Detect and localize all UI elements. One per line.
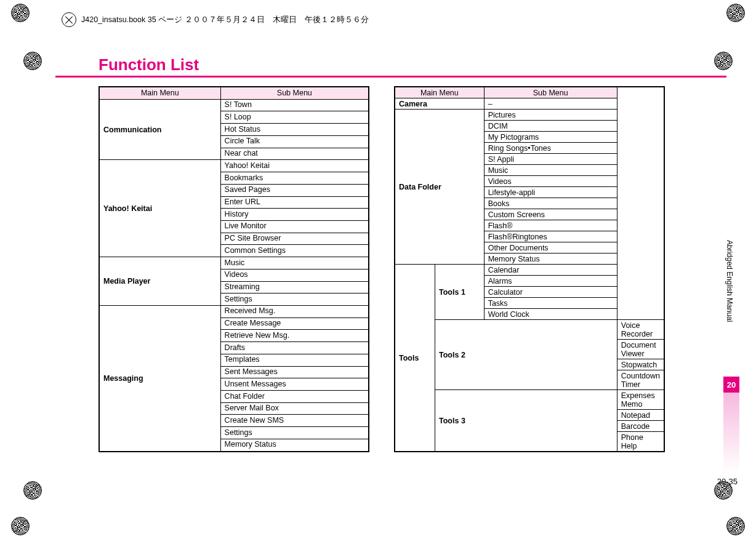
sub-menu-cell: Drafts <box>220 342 369 354</box>
sub-menu-cell: Stopwatch <box>617 359 664 370</box>
sub-menu-cell: Circle Talk <box>220 135 369 148</box>
sub-menu-cell: Music <box>484 165 617 176</box>
main-menu-cell: Data Folder <box>395 110 484 265</box>
tools-group-cell: Tools 2 <box>435 320 617 390</box>
sub-menu-cell: Templates <box>220 354 369 366</box>
sub-menu-cell: S! Town <box>220 99 369 111</box>
sub-menu-cell: Tasks <box>484 298 617 309</box>
sub-menu-cell: Document Viewer <box>617 340 664 359</box>
sub-menu-cell: Lifestyle-appli <box>484 187 617 198</box>
sub-menu-cell: Calendar <box>484 265 617 276</box>
sub-menu-cell: S! Appli <box>484 154 617 165</box>
sub-menu-cell: Unsent Messages <box>220 378 369 391</box>
sub-menu-cell: World Clock <box>484 309 617 320</box>
sub-menu-cell: Calculator <box>484 287 617 298</box>
sub-menu-cell: Common Settings <box>220 245 369 257</box>
sub-menu-cell: My Pictograms <box>484 132 617 143</box>
sub-menu-cell: Received Msg. <box>220 305 369 317</box>
sub-menu-cell: Create New SMS <box>220 415 369 427</box>
section-title-bar: Function List <box>55 55 726 78</box>
sub-menu-cell: Sent Messages <box>220 366 369 378</box>
table-header-row: Main Menu Sub Menu <box>99 87 369 99</box>
sub-menu-cell: Flash® <box>484 220 617 231</box>
sidebar-fade <box>723 393 739 473</box>
sub-menu-cell: Enter URL <box>220 196 369 209</box>
table-row: MessagingReceived Msg. <box>99 305 369 317</box>
sub-menu-cell: Other Documents <box>484 242 617 254</box>
table-row: Yahoo! KeitaiYahoo! Keitai <box>99 160 369 172</box>
table-row: Tools 2Voice Recorder <box>395 320 664 340</box>
doc-header: J420_insatsu.book 35 ページ ２００７年５月２４日 木曜日 … <box>62 12 369 27</box>
sub-menu-cell: S! Loop <box>220 111 369 124</box>
sub-menu-cell: Videos <box>220 269 369 281</box>
sub-menu-cell: Hot Status <box>220 124 369 136</box>
sub-menu-cell: Books <box>484 198 617 209</box>
sub-menu-cell: Music <box>220 257 369 270</box>
sub-menu-cell: Live Monitor <box>220 220 369 233</box>
sub-menu-cell: History <box>220 209 369 221</box>
table-row: CommunicationS! Town <box>99 99 369 111</box>
sub-menu-cell: Near chat <box>220 148 369 160</box>
sub-menu-cell: Memory Status <box>484 254 617 265</box>
sub-menu-cell: Videos <box>484 176 617 187</box>
sub-menu-cell: Server Mail Box <box>220 402 369 415</box>
tools-group-cell: Tools 3 <box>435 390 617 452</box>
col-main: Main Menu <box>99 87 220 99</box>
sub-menu-cell: Alarms <box>484 276 617 287</box>
main-menu-cell: Media Player <box>99 257 220 306</box>
sub-menu-cell: – <box>484 98 617 110</box>
header-text: J420_insatsu.book 35 ページ ２００７年５月２４日 木曜日 … <box>81 15 369 25</box>
main-menu-cell: Messaging <box>99 305 220 452</box>
sub-menu-cell: Notepad <box>617 410 664 421</box>
sub-menu-cell: Settings <box>220 293 369 306</box>
sub-menu-cell: Saved Pages <box>220 184 369 196</box>
sub-menu-cell: Streaming <box>220 281 369 293</box>
sub-menu-cell: Yahoo! Keitai <box>220 160 369 172</box>
sub-menu-cell: Phone Help <box>617 432 664 452</box>
sub-menu-cell: DCIM <box>484 121 617 132</box>
function-table-right: Main Menu Sub Menu Camera–Data FolderPic… <box>394 86 665 452</box>
sub-menu-cell: Barcode <box>617 421 664 432</box>
sub-menu-cell: Create Message <box>220 317 369 330</box>
table-row: Data FolderPictures <box>395 110 664 121</box>
table-row: Media PlayerMusic <box>99 257 369 270</box>
table-header-row: Main Menu Sub Menu <box>395 87 664 98</box>
sub-menu-cell: Voice Recorder <box>617 320 664 340</box>
sub-menu-cell: Pictures <box>484 110 617 121</box>
sub-menu-cell: Bookmarks <box>220 172 369 185</box>
main-menu-cell: Camera <box>395 98 484 110</box>
sub-menu-cell: Settings <box>220 427 369 439</box>
sub-menu-cell: PC Site Browser <box>220 233 369 245</box>
sub-menu-cell: Ring Songs•Tones <box>484 143 617 154</box>
sub-menu-cell: Retrieve New Msg. <box>220 330 369 342</box>
table-row: Tools 3Expenses Memo <box>395 390 664 410</box>
sub-menu-cell: Countdown Timer <box>617 370 664 390</box>
col-sub: Sub Menu <box>220 87 369 99</box>
col-main: Main Menu <box>395 87 484 98</box>
section-title: Function List <box>55 55 199 74</box>
page-number: 20-35 <box>717 477 738 486</box>
sidebar-text: Abridged English Manual <box>725 240 734 322</box>
sub-menu-cell: Expenses Memo <box>617 390 664 410</box>
header-mark-icon <box>62 12 76 27</box>
col-sub: Sub Menu <box>484 87 617 98</box>
table-row: ToolsTools 1Calendar <box>395 265 664 276</box>
chapter-number: 20 <box>727 380 736 389</box>
main-menu-cell: Tools <box>395 265 435 452</box>
function-table-left: Main Menu Sub Menu CommunicationS! TownS… <box>99 86 369 452</box>
main-menu-cell: Communication <box>99 99 220 160</box>
table-row: Camera– <box>395 98 664 110</box>
sub-menu-cell: Custom Screens <box>484 209 617 220</box>
sub-menu-cell: Memory Status <box>220 439 369 452</box>
tools-group-cell: Tools 1 <box>435 265 485 320</box>
main-menu-cell: Yahoo! Keitai <box>99 160 220 257</box>
chapter-badge: 20 <box>723 377 739 393</box>
sub-menu-cell: Chat Folder <box>220 391 369 403</box>
sub-menu-cell: Flash®Ringtones <box>484 231 617 242</box>
